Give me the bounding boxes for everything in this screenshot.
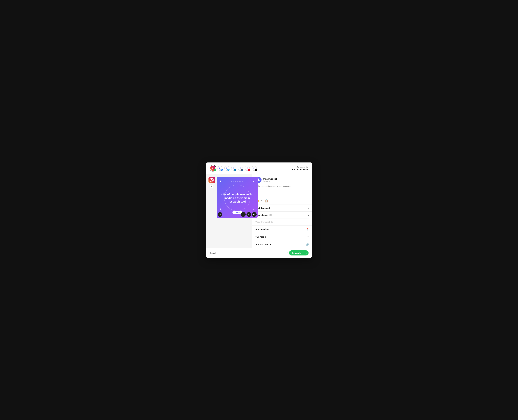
right-controls: ⛶ ⇄ •••	[241, 212, 257, 217]
account-header: @pallyysocial Instagram	[252, 174, 312, 185]
bio-link-toggle[interactable]: Add Bio Link URL 🔗	[256, 241, 309, 248]
tag-people-toggle[interactable]: Tag People +	[256, 233, 309, 240]
info-badge: i	[269, 214, 272, 216]
platform-icon-fb[interactable]: P f	[217, 165, 223, 171]
caption-area	[252, 185, 312, 198]
caption-input[interactable]	[256, 185, 309, 196]
footer-right: ••• Schedule ▾	[284, 250, 309, 255]
platform-icon-pi[interactable]: P p	[244, 165, 250, 171]
instagram-icon-large[interactable]	[208, 177, 215, 183]
bio-link-section: Add Bio Link URL 🔗	[252, 240, 312, 248]
single-image-chevron: ⌄	[307, 214, 309, 216]
schedule-button[interactable]: Schedule	[289, 250, 304, 255]
single-image-toggle[interactable]: Single Image i ⌄	[256, 212, 309, 218]
first-comment-chevron: ⌄	[307, 207, 309, 209]
yt-badge: 👤	[241, 169, 243, 171]
caption-tools: 😊 # 📋	[252, 198, 312, 204]
stats-label: STATS & DATA	[231, 181, 243, 182]
account-platform: Instagram	[263, 180, 277, 182]
platform-icon-yt[interactable]: P 👤	[237, 165, 244, 171]
main-content: ▲ STATS & DATA ✦ ✦ ✦ ✦	[206, 174, 312, 248]
schedule-dropdown-button[interactable]: ▾	[304, 250, 309, 255]
collapse-chevron[interactable]: ▲	[210, 185, 214, 188]
account-username: @pallyysocial	[263, 178, 277, 180]
schedule-group: Schedule ▾	[289, 250, 309, 255]
swap-button[interactable]: ⇄	[246, 212, 251, 217]
tw-badge: 𝕏	[227, 169, 229, 171]
fullscreen-button[interactable]: ⛶	[241, 212, 246, 217]
bio-link-title: Add Bio Link URL	[256, 243, 273, 246]
pi-badge: p	[248, 169, 250, 171]
tag-people-section: Tag People +	[252, 233, 312, 240]
add-location-title: Add Location	[256, 228, 269, 230]
li-badge: in	[234, 169, 236, 171]
tk-badge: ♪	[255, 169, 257, 171]
video-thumbnail-add[interactable]: +	[308, 221, 309, 224]
more-options-button[interactable]: •••	[252, 212, 257, 217]
scheduled-info: Scheduled for: Apr 14, 02:00 PM	[292, 166, 308, 170]
single-image-section: Single Image i ⌄ Video Thumbnail: 0s +	[252, 211, 312, 225]
sparkle-tr: ✦	[252, 180, 255, 183]
right-panel: @pallyysocial Instagram 😊 # 📋 First Comm…	[252, 174, 312, 248]
platform-icon-tw[interactable]: P 𝕏	[224, 165, 230, 171]
scheduled-date[interactable]: Apr 14, 02:00 PM	[292, 168, 308, 170]
account-info: @pallyysocial Instagram	[263, 178, 277, 182]
sparkle-bl: ✦	[219, 208, 222, 211]
platform-icons-list: P ✓ P f P 𝕏 P in P 👤	[210, 165, 257, 172]
checkmark-badge: ✓	[214, 169, 216, 171]
left-panel: ▲ STATS & DATA ✦ ✦ ✦ ✦	[206, 174, 252, 248]
modal-footer: Cancel ••• Schedule ▾	[206, 248, 312, 258]
post-main-text: 40% of people use social media as their …	[219, 193, 255, 203]
tag-people-title: Tag People	[256, 236, 266, 238]
tag-people-add-icon: +	[307, 235, 309, 238]
single-image-title: Single Image i	[256, 214, 272, 216]
platform-icon-li[interactable]: P in	[231, 165, 237, 171]
sparkle-br: ✦	[252, 208, 255, 211]
add-location-section: Add Location 📍	[252, 225, 312, 233]
platform-bar: P ✓ P f P 𝕏 P in P 👤	[206, 163, 312, 174]
platform-icon-ig[interactable]: P ✓	[210, 165, 216, 172]
fb-badge: f	[221, 169, 223, 171]
sparkle-tl: ✦	[219, 180, 222, 183]
bio-link-icon: 🔗	[306, 243, 309, 246]
location-icon: 📍	[306, 228, 309, 231]
video-thumbnail-row: Video Thumbnail: 0s +	[256, 218, 309, 225]
add-location-toggle[interactable]: Add Location 📍	[256, 225, 309, 233]
image-controls: + ⛶ ⇄ •••	[217, 212, 258, 217]
copy-tool[interactable]: 📋	[265, 199, 268, 202]
left-inner: ▲ STATS & DATA ✦ ✦ ✦ ✦	[208, 177, 250, 218]
side-platform: ▲	[208, 177, 215, 218]
modal: P ✓ P f P 𝕏 P in P 👤	[206, 163, 312, 258]
scheduled-label: Scheduled for:	[297, 166, 309, 168]
post-preview: STATS & DATA ✦ ✦ ✦ ✦	[217, 177, 258, 218]
first-comment-section: First Comment ⌄	[252, 204, 312, 211]
add-media-button[interactable]: +	[218, 212, 222, 217]
video-thumbnail-label: Video Thumbnail: 0s	[256, 221, 273, 223]
post-image: STATS & DATA ✦ ✦ ✦ ✦	[217, 177, 258, 218]
platform-icon-tk[interactable]: P ♪	[251, 165, 257, 171]
cancel-button[interactable]: Cancel	[210, 252, 216, 254]
hashtag-tool[interactable]: #	[261, 199, 262, 202]
first-comment-toggle[interactable]: First Comment ⌄	[256, 204, 309, 211]
more-actions-button[interactable]: •••	[284, 252, 288, 254]
